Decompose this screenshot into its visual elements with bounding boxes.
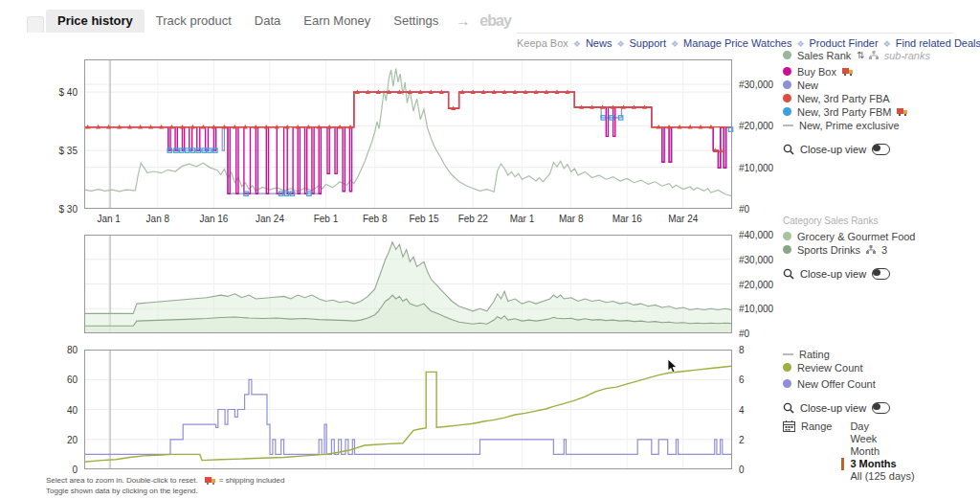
magnifier-icon xyxy=(783,144,794,155)
calendar-icon xyxy=(783,420,795,432)
prime-swatch-icon xyxy=(783,125,793,126)
fba-swatch-icon xyxy=(783,94,791,102)
legend-label: Buy Box xyxy=(797,66,836,78)
legend-label: New Offer Count xyxy=(797,378,876,390)
range-selector: Range Day Week Month 3 Months All (125 d… xyxy=(783,420,976,483)
range-option-all[interactable]: All (125 days) xyxy=(841,470,914,483)
subranks-tree-icon[interactable] xyxy=(869,51,879,59)
legend-new[interactable]: New xyxy=(783,79,976,91)
range-option-month[interactable]: Month xyxy=(841,445,914,458)
grocery-swatch-icon xyxy=(783,232,791,240)
legend-toggle-hint-text: Toggle shown data by clicking on the leg… xyxy=(46,486,284,496)
right-axis-label: 6 xyxy=(739,374,745,385)
shipping-included-text: = shipping included xyxy=(219,475,285,486)
x-tick-label: Mar 8 xyxy=(559,214,584,224)
right-axis-label: 0 xyxy=(739,465,745,475)
x-tick-label: Feb 1 xyxy=(314,214,339,224)
category-legend: Category Sales Ranks Grocery & Gourmet F… xyxy=(783,215,976,281)
review-swatch-icon xyxy=(783,363,791,372)
subranks-label[interactable]: sub-ranks xyxy=(884,50,930,61)
right-axis-label: #20,000 xyxy=(739,280,774,290)
closeup-label: Close-up view xyxy=(800,144,866,155)
legend-label: Rating xyxy=(799,349,830,360)
left-axis-label: 80 xyxy=(67,345,78,355)
legend-new-offer-count[interactable]: New Offer Count xyxy=(783,377,976,390)
sort-icon[interactable]: ⇅ xyxy=(857,50,862,60)
series-review-count xyxy=(84,366,732,462)
subcategory-tree-icon xyxy=(866,245,876,254)
shipping-truck-icon xyxy=(897,107,909,116)
left-axis-label: $ 30 xyxy=(59,204,78,215)
closeup-toggle-review[interactable]: Close-up view xyxy=(783,401,976,415)
chart-help-text: Select area to zoom in. Double-click to … xyxy=(46,475,284,496)
sales-rank-swatch-icon xyxy=(783,51,791,59)
range-label: Range xyxy=(801,420,832,432)
legend-buy-box[interactable]: Buy Box xyxy=(783,65,976,78)
right-axis-label: #30,000 xyxy=(739,255,774,265)
right-axis-label: 8 xyxy=(739,345,745,355)
legend-label: Review Count xyxy=(797,362,862,374)
right-axis-label: #10,000 xyxy=(739,304,774,314)
legend-fba[interactable]: New, 3rd Party FBA xyxy=(783,92,976,104)
closeup-toggle-price[interactable]: Close-up view xyxy=(783,143,976,156)
range-option-day[interactable]: Day xyxy=(841,420,914,433)
zoom-hint-text: Select area to zoom in. Double-click to … xyxy=(46,475,198,486)
category-sales-rank-chart[interactable]: #40,000#30,000#20,000#10,000#0 xyxy=(84,235,732,333)
right-axis-label: #20,000 xyxy=(739,121,774,131)
category-legend-header: Category Sales Ranks xyxy=(783,215,976,226)
right-axis-label: #0 xyxy=(739,204,750,215)
x-tick-label: Feb 15 xyxy=(409,214,439,224)
x-tick-label: Jan 24 xyxy=(256,214,284,224)
x-tick-label: Mar 24 xyxy=(668,214,699,224)
sports-swatch-icon xyxy=(783,245,791,254)
legend-label: Sports Drinks xyxy=(797,244,860,256)
buy-box-swatch-icon xyxy=(783,67,791,76)
left-axis-label: 60 xyxy=(67,374,78,385)
x-tick-label: Jan 8 xyxy=(146,214,170,224)
rating-swatch-icon xyxy=(783,353,793,355)
legend-label: New xyxy=(797,79,818,91)
shipping-truck-icon xyxy=(205,477,216,485)
right-axis-label: 2 xyxy=(739,435,745,445)
closeup-label: Close-up view xyxy=(800,402,866,414)
left-axis-label: $ 35 xyxy=(59,146,78,156)
legend-grocery[interactable]: Grocery & Gourmet Food xyxy=(783,230,976,242)
x-tick-label: Jan 1 xyxy=(97,214,121,224)
magnifier-icon xyxy=(783,268,794,280)
left-axis-label: 20 xyxy=(67,435,78,445)
offers-swatch-icon xyxy=(783,379,791,388)
x-tick-label: Mar 1 xyxy=(510,214,535,224)
closeup-label: Close-up view xyxy=(800,268,866,280)
legend-label: Grocery & Gourmet Food xyxy=(797,231,916,242)
legend-rating[interactable]: Rating xyxy=(783,348,976,360)
range-option-3-months[interactable]: 3 Months xyxy=(841,458,914,470)
left-axis-label: 40 xyxy=(67,405,78,416)
x-tick-label: Jan 16 xyxy=(199,214,228,224)
right-axis-label: #30,000 xyxy=(739,79,774,90)
toggle-icon[interactable] xyxy=(872,268,890,280)
keepa-price-history-page: Price history Track product Data Earn Mo… xyxy=(0,0,980,499)
legend-review-count[interactable]: Review Count xyxy=(783,361,976,374)
toggle-icon[interactable] xyxy=(872,144,890,155)
price-legend: Sales Rank ⇅ sub-ranks Buy Box New New, … xyxy=(783,49,976,156)
legend-fbm[interactable]: New, 3rd Party FBM xyxy=(783,105,976,118)
series-sales-rank xyxy=(84,69,732,196)
right-axis-label: 4 xyxy=(739,405,745,416)
fbm-swatch-icon xyxy=(783,107,791,116)
legend-sales-rank[interactable]: Sales Rank ⇅ sub-ranks xyxy=(783,49,976,61)
price-history-chart[interactable]: Jan 1Jan 8Jan 16Jan 24Feb 1Feb 8Feb 15Fe… xyxy=(84,59,732,209)
series-offer-count xyxy=(84,379,732,454)
legend-label: Sales Rank xyxy=(797,50,851,61)
review-offer-chart[interactable]: 80604020086420 xyxy=(84,350,732,469)
legend-sports-drinks[interactable]: Sports Drinks 3 xyxy=(783,243,976,256)
new-swatch-icon xyxy=(783,80,791,89)
magnifier-icon xyxy=(783,402,794,414)
mouse-cursor-icon xyxy=(667,359,679,374)
range-option-week[interactable]: Week xyxy=(841,433,914,445)
toggle-icon[interactable] xyxy=(872,402,890,414)
legend-label: New, Prime exclusive xyxy=(799,120,900,131)
legend-prime-exclusive[interactable]: New, Prime exclusive xyxy=(783,119,976,131)
shipping-truck-icon xyxy=(842,67,855,76)
closeup-toggle-category[interactable]: Close-up view xyxy=(783,267,976,281)
right-axis-label: #0 xyxy=(739,329,750,339)
